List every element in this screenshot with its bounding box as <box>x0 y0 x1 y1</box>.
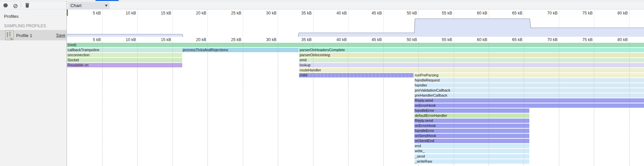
svg-text:%: % <box>10 37 13 40</box>
